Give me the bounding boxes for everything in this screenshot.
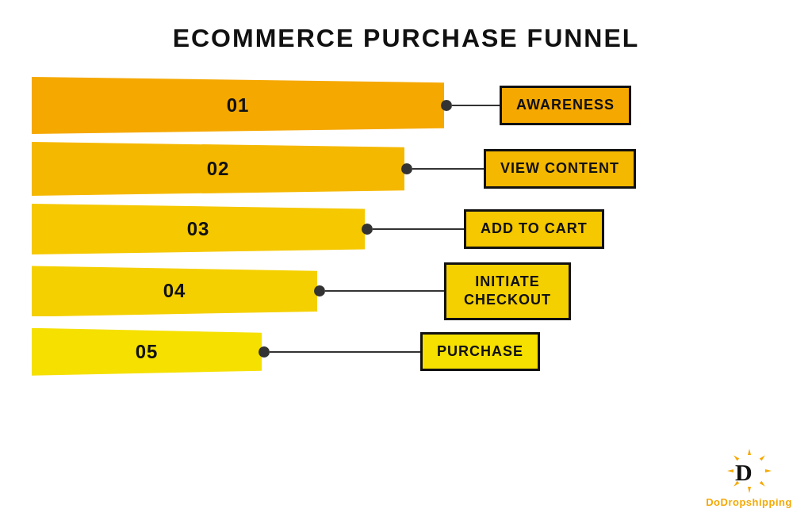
logo-dropshipping: Dropshipping xyxy=(721,496,793,508)
dot-1 xyxy=(441,100,452,111)
line-2 xyxy=(412,168,484,170)
connector-2 xyxy=(404,163,484,174)
step-label-5: 05 xyxy=(136,341,159,363)
label-text-4: INITIATECHECKOUT xyxy=(464,273,551,308)
label-text-3: ADD TO CART xyxy=(481,220,588,236)
step-label-4: 04 xyxy=(163,280,186,302)
label-box-3: ADD TO CART xyxy=(464,209,604,248)
funnel-bar-3: 03 xyxy=(32,204,365,254)
funnel-row-4: 04 INITIATECHECKOUT xyxy=(32,262,571,320)
connector-3 xyxy=(365,224,464,235)
svg-marker-2 xyxy=(765,469,772,472)
label-box-2: VIEW CONTENT xyxy=(484,149,636,188)
connector-1 xyxy=(444,100,500,111)
label-box-4: INITIATECHECKOUT xyxy=(444,262,571,320)
label-box-5: PURCHASE xyxy=(420,332,540,371)
funnel-row-1: 01 AWARENESS xyxy=(32,77,631,134)
funnel-bar-5: 05 xyxy=(32,328,262,376)
step-label-1: 01 xyxy=(227,94,250,117)
line-4 xyxy=(325,290,444,292)
svg-marker-4 xyxy=(748,487,751,493)
svg-marker-3 xyxy=(759,481,765,488)
logo: D DoDropshipping xyxy=(706,447,792,508)
logo-do: Do xyxy=(706,496,720,508)
dot-3 xyxy=(362,224,373,235)
line-1 xyxy=(452,105,500,106)
line-5 xyxy=(270,351,420,353)
label-text-1: AWARENESS xyxy=(516,97,615,113)
svg-marker-0 xyxy=(748,449,751,455)
svg-marker-1 xyxy=(759,454,765,461)
logo-icon: D xyxy=(726,447,773,495)
dot-5 xyxy=(259,346,270,358)
funnel-row-5: 05 PURCHASE xyxy=(32,328,540,376)
connector-5 xyxy=(262,346,420,358)
dot-4 xyxy=(314,285,325,296)
funnel-bar-4: 04 xyxy=(32,266,317,316)
label-text-5: PURCHASE xyxy=(437,343,523,359)
step-label-3: 03 xyxy=(187,218,210,240)
line-3 xyxy=(373,228,464,230)
logo-text: DoDropshipping xyxy=(706,496,792,508)
funnel-row-3: 03 ADD TO CART xyxy=(32,204,604,254)
label-box-1: AWARENESS xyxy=(500,86,631,124)
step-label-2: 02 xyxy=(207,158,230,180)
label-text-2: VIEW CONTENT xyxy=(500,160,619,176)
dot-2 xyxy=(401,163,412,174)
funnel-bar-2: 02 xyxy=(32,142,404,196)
svg-marker-6 xyxy=(727,469,733,472)
connector-4 xyxy=(317,285,444,296)
svg-text:D: D xyxy=(735,459,753,485)
funnel-container: 01 AWARENESS 02 VIEW CONTENT 03 xyxy=(0,77,812,376)
funnel-row-2: 02 VIEW CONTENT xyxy=(32,142,636,196)
funnel-bar-1: 01 xyxy=(32,77,444,134)
page-title: ECOMMERCE PURCHASE FUNNEL xyxy=(0,0,812,69)
